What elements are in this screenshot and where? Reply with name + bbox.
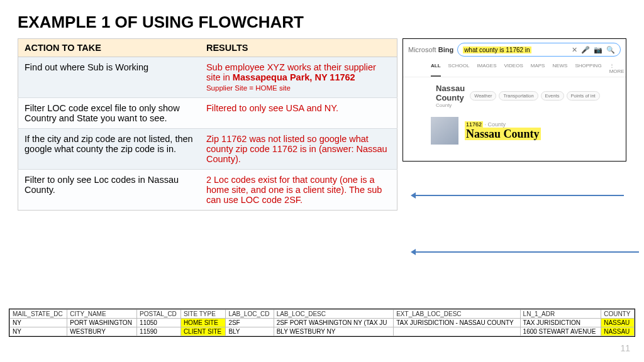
tab-all[interactable]: ALL bbox=[431, 60, 441, 77]
result-cell: Filtered to only see USA and NY. bbox=[200, 98, 397, 129]
page-number: 11 bbox=[620, 343, 630, 353]
excel-col: MAIL_STATE_DC bbox=[10, 310, 67, 319]
result-cell: Zip 11762 was not listed so google what … bbox=[200, 129, 397, 170]
search-tabs: ALL SCHOOL IMAGES VIDEOS MAPS NEWS SHOPP… bbox=[403, 60, 626, 77]
table-row: Filter LOC code excel file to only show … bbox=[18, 98, 397, 129]
close-icon[interactable]: ✕ bbox=[572, 46, 577, 54]
tab-school[interactable]: SCHOOL bbox=[448, 60, 470, 77]
excel-snippet: MAIL_STATE_DC CITY_NAME POSTAL_CD SITE T… bbox=[9, 309, 635, 337]
tab-images[interactable]: IMAGES bbox=[477, 60, 496, 77]
tab-more[interactable]: ⋮ MORE bbox=[609, 60, 625, 77]
search-icon[interactable]: 🔍 bbox=[606, 46, 615, 54]
table-row: Filter to only see Loc codes in Nassau C… bbox=[18, 170, 397, 211]
col-results: RESULTS bbox=[200, 39, 397, 57]
knowledge-panel: Nassau County County Weather Transportat… bbox=[403, 77, 626, 111]
slide-title: EXAMPLE 1 OF USING FLOWCHART bbox=[18, 13, 626, 32]
search-result[interactable]: 11762 · County Nassau County bbox=[403, 111, 626, 151]
result-note: Supplier Site = HOME site bbox=[206, 84, 291, 92]
excel-col: COUNTY bbox=[601, 310, 635, 319]
kg-title: Nassau County bbox=[436, 84, 465, 102]
search-input[interactable]: what county is 11762 in ✕ 🎤 📷 🔍 bbox=[457, 43, 621, 57]
arrow-connector bbox=[413, 195, 624, 196]
excel-col: LAB_LOC_DESC bbox=[274, 310, 394, 319]
bing-logo: Microsoft Bing bbox=[408, 46, 453, 53]
chip-transport[interactable]: Transportation bbox=[499, 91, 538, 101]
excel-col: POSTAL_CD bbox=[137, 310, 181, 319]
excel-col: EXT_LAB_LOC_DESC bbox=[394, 310, 520, 319]
excel-col: LN_1_ADR bbox=[520, 310, 601, 319]
table-row: Find out where Sub is Working Sub employ… bbox=[18, 57, 397, 98]
result-cell: 2 Loc codes exist for that county (one i… bbox=[200, 170, 397, 211]
excel-col: LAB_LOC_CD bbox=[226, 310, 274, 319]
action-cell: If the city and zip code are not listed,… bbox=[18, 129, 200, 170]
result-location: Massapequa Park, NY 11762 bbox=[233, 72, 355, 82]
result-cell: Sub employee XYZ works at their supplier… bbox=[200, 57, 397, 98]
action-cell: Filter to only see Loc codes in Nassau C… bbox=[18, 170, 200, 211]
action-cell: Find out where Sub is Working bbox=[18, 57, 200, 98]
result-zip: 11762 bbox=[465, 121, 483, 128]
mic-icon[interactable]: 🎤 bbox=[581, 46, 590, 54]
tab-shopping[interactable]: SHOPPING bbox=[575, 60, 601, 77]
action-cell: Filter LOC code excel file to only show … bbox=[18, 98, 200, 129]
excel-col: SITE TYPE bbox=[180, 310, 225, 319]
tab-maps[interactable]: MAPS bbox=[531, 60, 545, 77]
chip-poi[interactable]: Points of int bbox=[567, 91, 600, 101]
result-type: · County bbox=[483, 121, 506, 128]
bing-screenshot: Microsoft Bing what county is 11762 in ✕… bbox=[402, 38, 626, 162]
result-thumbnail bbox=[431, 117, 458, 145]
col-action: ACTION TO TAKE bbox=[18, 39, 200, 57]
excel-row: NYPORT WASHINGTON11050HOME SITE2SF2SF PO… bbox=[10, 319, 635, 327]
tab-videos[interactable]: VIDEOS bbox=[504, 60, 523, 77]
tab-news[interactable]: NEWS bbox=[552, 60, 567, 77]
arrow-connector bbox=[413, 251, 639, 253]
chip-events[interactable]: Events bbox=[541, 91, 564, 101]
kg-subtitle: County bbox=[436, 102, 465, 108]
chip-weather[interactable]: Weather bbox=[470, 91, 496, 101]
table-row: If the city and zip code are not listed,… bbox=[18, 129, 397, 170]
result-county: Nassau County bbox=[465, 128, 541, 140]
lens-icon[interactable]: 📷 bbox=[594, 46, 602, 54]
search-query: what county is 11762 in bbox=[463, 47, 531, 53]
excel-col: CITY_NAME bbox=[67, 310, 137, 319]
action-results-table: ACTION TO TAKE RESULTS Find out where Su… bbox=[18, 38, 397, 211]
excel-row: NYWESTBURY11590CLIENT SITEBLYBLY WESTBUR… bbox=[10, 327, 635, 336]
